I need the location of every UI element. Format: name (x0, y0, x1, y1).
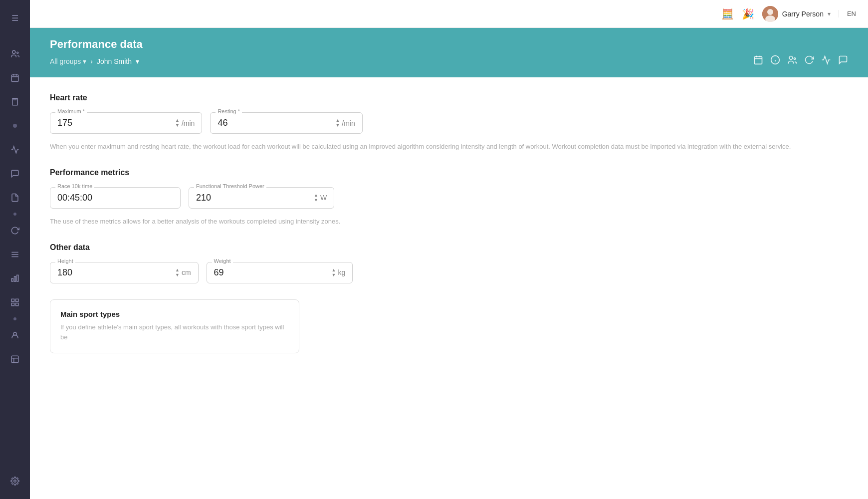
height-spinners[interactable]: ▲ ▼ (175, 268, 180, 277)
sport-types-title: Main sport types (60, 310, 289, 318)
ftp-spinners[interactable]: ▲ ▼ (314, 193, 318, 203)
person-chevron-icon: ▾ (136, 57, 139, 65)
weight-label: Weight (212, 258, 233, 264)
content-area: Heart rate Maximum * ▲ ▼ /min Resting * (30, 77, 868, 499)
performance-metrics-title: Performance metrics (50, 168, 848, 177)
other-data-section: Other data Height ▲ ▼ cm Weight (50, 243, 848, 283)
calendar-toolbar-icon[interactable] (753, 55, 763, 67)
height-input[interactable] (57, 267, 173, 278)
weight-field: Weight ▲ ▼ kg (207, 262, 353, 283)
message-toolbar-icon[interactable] (838, 55, 848, 67)
svg-rect-16 (11, 303, 14, 306)
analytics-icon[interactable] (5, 140, 25, 160)
svg-rect-6 (12, 98, 18, 105)
chevron-down-icon: ▾ (828, 10, 831, 17)
svg-point-24 (767, 9, 773, 15)
performance-metrics-fields: Race 10k time Functional Threshold Power… (50, 187, 848, 209)
weight-down-icon[interactable]: ▼ (332, 273, 336, 277)
ftp-input[interactable] (196, 193, 312, 203)
celebration-icon[interactable]: 🎉 (742, 8, 754, 20)
maximum-input[interactable] (57, 118, 173, 128)
resting-input[interactable] (217, 118, 333, 128)
calculator-icon[interactable]: 🧮 (721, 8, 734, 20)
ftp-field: Functional Threshold Power ▲ ▼ W (189, 187, 334, 209)
weight-unit: kg (338, 268, 346, 276)
main-area: 🧮 🎉 Garry Person ▾ EN Performance data A… (30, 0, 868, 499)
svg-point-7 (13, 124, 17, 128)
svg-rect-12 (14, 276, 16, 281)
svg-rect-19 (11, 356, 18, 363)
height-down-icon[interactable]: ▼ (175, 273, 180, 277)
race-10k-label: Race 10k time (55, 183, 94, 189)
circle-icon[interactable] (5, 116, 25, 136)
all-groups-link[interactable]: All groups ▾ (50, 57, 86, 65)
users-icon[interactable] (5, 44, 25, 64)
trend-toolbar-icon[interactable] (821, 55, 831, 67)
weight-up-icon[interactable]: ▲ (332, 268, 336, 272)
bar-chart-icon[interactable] (5, 268, 25, 288)
people-toolbar-icon[interactable] (787, 55, 797, 67)
maximum-spinners[interactable]: ▲ ▼ (175, 118, 180, 128)
grid-icon[interactable] (5, 292, 25, 312)
ftp-up-icon[interactable]: ▲ (314, 193, 318, 198)
toolbar (753, 55, 848, 67)
avatar (762, 6, 778, 22)
resting-unit: /min (342, 119, 355, 127)
maximum-unit: /min (182, 119, 195, 127)
menu-icon[interactable]: ☰ (5, 8, 25, 28)
height-field: Height ▲ ▼ cm (50, 262, 199, 283)
weight-input[interactable] (214, 267, 330, 278)
resting-up-icon[interactable]: ▲ (335, 118, 340, 123)
chevron-icon: ▾ (83, 57, 86, 65)
top-header: 🧮 🎉 Garry Person ▾ EN (30, 0, 868, 28)
height-label: Height (55, 258, 75, 264)
other-data-title: Other data (50, 243, 848, 252)
race-10k-input[interactable] (57, 193, 173, 203)
clipboard-icon[interactable] (5, 92, 25, 112)
documents-icon[interactable] (5, 188, 25, 208)
sync-icon[interactable] (5, 221, 25, 241)
other-data-fields: Height ▲ ▼ cm Weight (50, 262, 848, 283)
person-name: John Smith (97, 57, 132, 65)
performance-metrics-info: The use of these metrics allows for a be… (50, 217, 848, 227)
maximum-up-icon[interactable]: ▲ (175, 118, 180, 123)
person-icon[interactable] (5, 325, 25, 345)
resting-label: Resting * (216, 108, 242, 114)
maximum-field: Maximum * ▲ ▼ /min (50, 112, 202, 134)
performance-metrics-section: Performance metrics Race 10k time Functi… (50, 168, 848, 227)
breadcrumb: All groups ▾ › John Smith ▾ (50, 57, 139, 65)
refresh-toolbar-icon[interactable] (804, 55, 814, 67)
svg-point-0 (12, 50, 15, 53)
maximum-down-icon[interactable]: ▼ (175, 123, 180, 128)
user-info[interactable]: Garry Person ▾ (762, 6, 831, 22)
svg-rect-26 (755, 56, 762, 64)
heart-rate-section: Heart rate Maximum * ▲ ▼ /min Resting * (50, 93, 848, 152)
ftp-unit: W (320, 194, 327, 202)
race-10k-field: Race 10k time (50, 187, 181, 209)
schedule-icon[interactable] (5, 349, 25, 369)
height-unit: cm (182, 268, 191, 276)
svg-point-22 (14, 480, 16, 483)
height-up-icon[interactable]: ▲ (175, 268, 180, 272)
user-name: Garry Person (782, 10, 824, 18)
sidebar: ☰ (0, 0, 30, 499)
svg-rect-11 (11, 278, 13, 281)
ftp-down-icon[interactable]: ▼ (314, 198, 318, 203)
weight-spinners[interactable]: ▲ ▼ (332, 268, 336, 277)
heart-rate-info: When you enter maximum and resting heart… (50, 142, 848, 152)
resting-spinners[interactable]: ▲ ▼ (335, 118, 340, 128)
svg-point-1 (17, 52, 18, 53)
resting-down-icon[interactable]: ▼ (335, 123, 340, 128)
settings-icon[interactable] (5, 471, 25, 491)
svg-point-34 (794, 58, 795, 59)
resting-field: Resting * ▲ ▼ /min (210, 112, 362, 134)
maximum-label: Maximum * (55, 108, 87, 114)
heart-rate-title: Heart rate (50, 93, 848, 102)
breadcrumb-separator: › (90, 57, 93, 65)
ftp-label: Functional Threshold Power (194, 183, 266, 189)
info-toolbar-icon[interactable] (770, 55, 780, 67)
calendar-nav-icon[interactable] (5, 68, 25, 88)
language-selector[interactable]: EN (839, 10, 856, 17)
messages-icon[interactable] (5, 164, 25, 184)
list-icon[interactable] (5, 245, 25, 264)
